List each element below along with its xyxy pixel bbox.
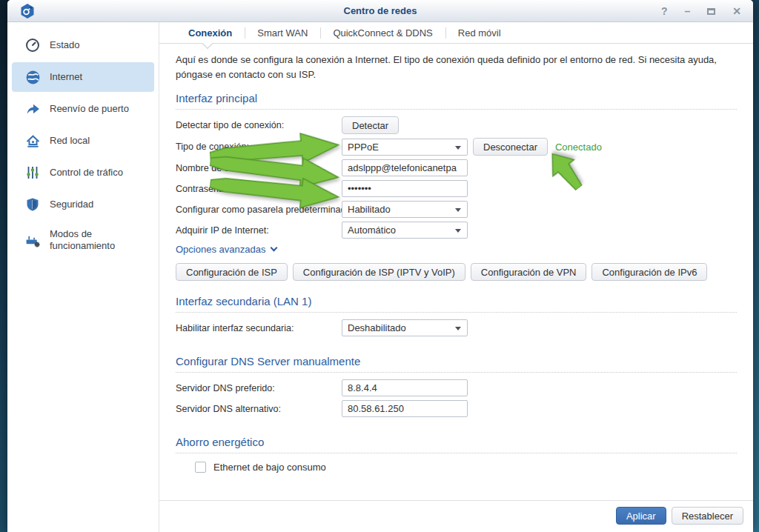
- maximize-icon[interactable]: [707, 6, 715, 16]
- alternative-dns-field[interactable]: [342, 400, 468, 417]
- low-power-ethernet-checkbox[interactable]: [195, 462, 206, 473]
- chevron-down-icon: [455, 229, 461, 233]
- section-title-interfaz-principal: Interfaz principal: [176, 92, 737, 110]
- router-gear-icon: [24, 232, 41, 248]
- ipv6-config-button[interactable]: Configuración de IPv6: [591, 263, 707, 281]
- acquire-ip-label: Adquirir IP de Internet:: [176, 225, 342, 236]
- detect-label: Detectar tipo de conexión:: [176, 120, 342, 130]
- network-center-app-icon: [19, 3, 36, 19]
- primary-interface-form: Detectar tipo de conexión: Detectar Tipo…: [176, 116, 737, 281]
- intro-text: Aquí es donde se configura la conexión a…: [176, 53, 737, 82]
- sidebar-item-label: Estado: [50, 39, 79, 51]
- settings-panel: Aquí es donde se configura la conexión a…: [159, 44, 753, 500]
- help-icon[interactable]: ?: [661, 6, 668, 16]
- tab-bar: Conexión Smart WAN QuickConnect & DDNS R…: [159, 22, 753, 44]
- reset-button[interactable]: Restablecer: [672, 507, 743, 525]
- advanced-options-link[interactable]: Opciones avanzadas: [176, 244, 276, 255]
- connection-type-label: Tipo de conexión:: [176, 142, 342, 152]
- acquire-ip-select[interactable]: Automático: [342, 222, 468, 239]
- sliders-icon: [24, 164, 41, 181]
- apply-button[interactable]: Aplicar: [616, 507, 666, 525]
- username-field[interactable]: [342, 159, 468, 176]
- sidebar-item-seguridad[interactable]: Seguridad: [12, 190, 154, 219]
- dns-form: Servidor DNS preferido: Servidor DNS alt…: [176, 379, 737, 417]
- chevron-down-icon: [271, 245, 278, 252]
- detect-button[interactable]: Detectar: [342, 116, 399, 134]
- low-power-ethernet-row: Ethernet de bajo consumo: [195, 462, 737, 473]
- alternative-dns-label: Servidor DNS alternativo:: [176, 404, 342, 414]
- isp-buttons-row: Configuración de ISP Configuración de IS…: [176, 263, 737, 281]
- tab-smart-wan[interactable]: Smart WAN: [245, 22, 320, 43]
- username-row: Nombre de usuario:: [176, 159, 737, 176]
- titlebar: Centro de redes ? – ✕: [7, 0, 753, 22]
- isp-config-button[interactable]: Configuración de ISP: [176, 263, 288, 281]
- tab-red-movil[interactable]: Red móvil: [445, 22, 514, 43]
- sidebar-item-control-de-trafico[interactable]: Control de tráfico: [12, 158, 154, 187]
- sidebar-item-reenvio-de-puerto[interactable]: Reenvío de puerto: [12, 94, 154, 124]
- preferred-dns-label: Servidor DNS preferido:: [176, 383, 342, 393]
- sidebar-item-label: Seguridad: [50, 199, 93, 210]
- default-gateway-select[interactable]: Habilitado: [342, 201, 468, 218]
- section-title-ahorro-energetico: Ahorro energético: [176, 436, 737, 453]
- connection-type-select[interactable]: PPPoE: [342, 139, 468, 156]
- chevron-down-icon: [455, 208, 461, 212]
- section-title-dns-manual: Configurar DNS Server manualmente: [176, 355, 737, 373]
- default-gateway-row: Configurar como pasarela predeterminada:…: [176, 201, 737, 218]
- sidebar-item-modos-de-funcionamiento[interactable]: Modos de funcionamiento: [12, 222, 154, 259]
- vpn-config-button[interactable]: Configuración de VPN: [471, 263, 587, 281]
- chevron-down-icon: [455, 146, 461, 150]
- tab-conexion[interactable]: Conexión: [176, 22, 245, 43]
- acquire-ip-row: Adquirir IP de Internet: Automático: [176, 222, 737, 239]
- connection-status-badge: Conectado: [555, 142, 602, 153]
- close-icon[interactable]: ✕: [732, 6, 741, 16]
- window-controls: ? – ✕: [661, 0, 741, 22]
- window-title: Centro de redes: [7, 5, 753, 16]
- connection-type-row: Tipo de conexión: PPPoE Desconectar Cone…: [176, 138, 737, 156]
- preferred-dns-row: Servidor DNS preferido:: [176, 379, 737, 396]
- footer-bar: Aplicar Restablecer: [159, 500, 753, 532]
- sidebar-item-red-local[interactable]: Red local: [12, 126, 154, 156]
- sidebar: Estado Internet Reenvío de puerto: [7, 22, 159, 532]
- home-network-icon: [24, 133, 41, 149]
- sidebar-item-internet[interactable]: Internet: [12, 62, 154, 92]
- sidebar-item-label: Internet: [50, 71, 82, 83]
- low-power-ethernet-label: Ethernet de bajo consumo: [213, 462, 326, 473]
- section-title-interfaz-secundaria: Interfaz secundaria (LAN 1): [176, 295, 737, 313]
- alternative-dns-row: Servidor DNS alternativo:: [176, 400, 737, 417]
- password-label: Contraseña:: [176, 184, 342, 194]
- preferred-dns-field[interactable]: [342, 379, 468, 396]
- secondary-enable-select[interactable]: Deshabilitado: [342, 319, 468, 336]
- disconnect-button[interactable]: Desconectar: [473, 138, 548, 156]
- sidebar-item-estado[interactable]: Estado: [12, 30, 154, 60]
- secondary-enable-row: Habilitar interfaz secundaria: Deshabili…: [176, 319, 737, 336]
- minimize-icon[interactable]: –: [684, 6, 690, 16]
- sidebar-item-label: Red local: [50, 135, 90, 147]
- sidebar-item-label: Modos de funcionamiento: [50, 228, 148, 253]
- sidebar-item-label: Reenvío de puerto: [50, 103, 129, 115]
- network-center-window: Centro de redes ? – ✕ Estado: [7, 0, 753, 532]
- isp-iptv-voip-config-button[interactable]: Configuración de ISP (IPTV y VoIP): [293, 263, 465, 281]
- content-pane: Conexión Smart WAN QuickConnect & DDNS R…: [159, 22, 753, 532]
- username-label: Nombre de usuario:: [176, 163, 342, 173]
- secondary-enable-label: Habilitar interfaz secundaria:: [176, 323, 342, 333]
- tab-quickconnect-ddns[interactable]: QuickConnect & DDNS: [320, 22, 445, 43]
- detect-row: Detectar tipo de conexión: Detectar: [176, 116, 737, 134]
- sidebar-item-label: Control de tráfico: [50, 167, 123, 179]
- password-field[interactable]: [342, 180, 468, 197]
- default-gateway-label: Configurar como pasarela predeterminada:: [176, 205, 342, 215]
- secondary-interface-form: Habilitar interfaz secundaria: Deshabili…: [176, 319, 737, 336]
- globe-icon: [24, 69, 41, 85]
- shield-icon: [24, 196, 41, 213]
- desktop-background: Centro de redes ? – ✕ Estado: [0, 0, 759, 532]
- chevron-down-icon: [455, 327, 461, 330]
- password-row: Contraseña:: [176, 180, 737, 197]
- gauge-icon: [24, 37, 41, 53]
- forward-arrow-icon: [24, 101, 41, 117]
